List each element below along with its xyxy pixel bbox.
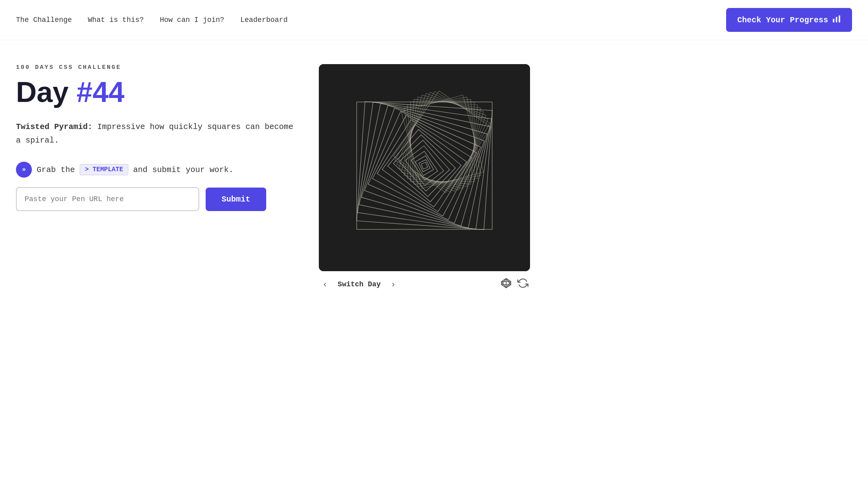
day-label: Day (16, 76, 69, 108)
switch-day-label: Switch Day (338, 280, 381, 288)
svg-rect-0 (833, 19, 835, 22)
submit-row: Submit (16, 187, 295, 211)
pen-url-input[interactable] (16, 187, 199, 211)
switch-day-icons (501, 278, 528, 291)
switch-day-bar: ‹ Switch Day › (319, 278, 530, 291)
check-progress-button[interactable]: Check Your Progress (726, 8, 852, 32)
right-panel: ‹ Switch Day › (319, 64, 530, 291)
svg-rect-2 (839, 16, 841, 22)
left-panel: 100 DAYS CSS CHALLENGE Day #44 Twisted P… (16, 64, 295, 211)
nav-how-can-i-join[interactable]: How can I join? (160, 16, 224, 24)
instruction-pre: Grab the (37, 165, 75, 174)
instruction-post: and submit your work. (133, 165, 234, 174)
refresh-icon-button[interactable] (517, 278, 528, 291)
template-badge-label: > TEMPLATE (85, 166, 123, 173)
twisted-pyramid-svg (319, 64, 530, 271)
main-content: 100 DAYS CSS CHALLENGE Day #44 Twisted P… (0, 40, 868, 307)
description-bold: Twisted Pyramid: (16, 122, 92, 131)
nav-what-is-this[interactable]: What is this? (88, 16, 143, 24)
template-badge-button[interactable]: > TEMPLATE (80, 164, 128, 175)
nav-leaderboard[interactable]: Leaderboard (240, 16, 288, 24)
svg-rect-3 (319, 64, 530, 271)
navbar: The Challenge What is this? How can I jo… (0, 0, 868, 40)
challenge-description: Twisted Pyramid: Impressive how quickly … (16, 120, 295, 147)
refresh-icon (517, 278, 528, 291)
switch-day-center: ‹ Switch Day › (320, 278, 398, 291)
svg-rect-1 (836, 17, 837, 22)
codepen-icon-button[interactable] (501, 278, 512, 291)
double-arrow-icon: » (16, 162, 32, 178)
day-number: #44 (77, 76, 124, 108)
submit-label: Submit (222, 195, 250, 204)
prev-day-button[interactable]: ‹ (320, 278, 330, 291)
template-instruction-row: » Grab the > TEMPLATE and submit your wo… (16, 162, 295, 178)
day-heading: Day #44 (16, 76, 295, 108)
next-day-button[interactable]: › (389, 278, 398, 291)
challenge-preview (319, 64, 530, 271)
codepen-icon (501, 278, 512, 291)
nav-the-challenge[interactable]: The Challenge (16, 16, 72, 24)
check-progress-label: Check Your Progress (737, 16, 828, 25)
bar-chart-icon (832, 14, 841, 25)
nav-links: The Challenge What is this? How can I jo… (16, 16, 288, 24)
challenge-eyebrow: 100 DAYS CSS CHALLENGE (16, 64, 295, 71)
submit-button[interactable]: Submit (206, 188, 266, 211)
